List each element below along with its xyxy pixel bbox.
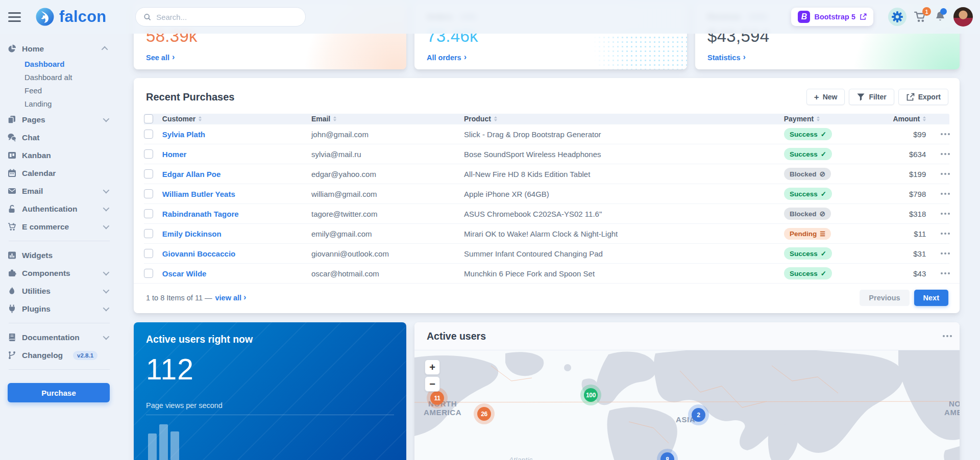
cart-plus-icon [8,222,16,231]
sidebar-item-widgets[interactable]: Widgets [8,246,111,264]
table-row[interactable]: Sylvia Plathjohn@gmail.comSlick - Drag &… [144,124,949,144]
row-actions-ellipsis-icon[interactable] [944,233,946,235]
settings-button[interactable] [888,8,906,26]
sidebar-item-label: Plugins [22,304,51,314]
new-button[interactable]: New [806,89,845,105]
map-zoom-in-button[interactable]: + [425,360,440,375]
row-actions-ellipsis-icon[interactable] [944,133,946,135]
row-checkbox[interactable] [144,209,153,218]
column-customer[interactable]: Customer [162,115,311,123]
row-checkbox[interactable] [144,169,153,178]
row-checkbox[interactable] [144,269,153,278]
sidebar-item-dashboard-alt[interactable]: Dashboard alt [8,71,111,84]
customer-link[interactable]: Giovanni Boccaccio [162,249,235,258]
select-all-checkbox[interactable] [144,114,153,123]
bootstrap5-badge[interactable]: B Bootstrap 5 [791,8,873,26]
chevron-down-icon [103,116,110,122]
customer-link[interactable]: William Butler Yeats [162,190,235,198]
row-checkbox[interactable] [144,229,153,238]
row-actions-ellipsis-icon[interactable] [944,173,946,175]
stream-icon [820,230,825,238]
export-button[interactable]: Export [898,89,948,105]
active-users-now-card: Active users right now 112 Page views pe… [134,322,406,460]
sidebar-item-documentation[interactable]: Documentation [8,328,111,346]
search-input[interactable] [155,12,297,22]
sidebar-item-components[interactable]: Components [8,264,111,282]
sidebar-item-feed[interactable]: Feed [8,84,111,97]
sidebar-item-plugins[interactable]: Plugins [8,300,111,318]
map-marker[interactable]: 100 [584,388,598,402]
row-checkbox[interactable] [144,149,153,159]
map-zoom-out-button[interactable]: − [425,376,440,392]
row-actions-ellipsis-icon[interactable] [944,252,946,254]
hamburger-menu-icon[interactable] [8,12,21,22]
cart-button[interactable]: 1 [914,11,927,23]
column-product[interactable]: Product [464,115,784,123]
sidebar-item-authentication[interactable]: Authentication [8,200,111,218]
customer-link[interactable]: Homer [162,150,187,159]
table-row[interactable]: Homersylvia@mail.ruBose SoundSport Wirel… [144,144,949,164]
sidebar-item-pages[interactable]: Pages [8,111,111,129]
falcon-logo[interactable]: falcon [35,7,107,27]
statistics-link[interactable]: Statistics [707,54,947,62]
sidebar-item-landing[interactable]: Landing [8,97,111,111]
row-actions-ellipsis-icon[interactable] [944,193,946,195]
customer-link[interactable]: Edgar Allan Poe [162,170,220,178]
logo-text: falcon [59,8,107,26]
plug-icon [8,304,16,313]
view-all-link[interactable]: view all [215,294,247,302]
payment-status-badge: Success [784,128,832,140]
table-row[interactable]: Oscar Wildeoscar@hotmail.comMunchkin 6 P… [144,263,949,283]
row-checkbox[interactable] [144,249,153,258]
table-row[interactable]: William Butler Yeatswilliam@gmail.comApp… [144,184,949,203]
row-actions-ellipsis-icon[interactable] [944,213,946,215]
fire-icon [8,287,16,295]
column-payment[interactable]: Payment [784,115,901,123]
sidebar-item-chat[interactable]: Chat [8,129,111,146]
ban-icon [820,210,826,218]
row-actions-ellipsis-icon[interactable] [944,272,946,274]
map-marker[interactable]: 11 [430,391,444,405]
customer-link[interactable]: Oscar Wilde [162,269,207,278]
search-box[interactable] [135,7,306,27]
filter-button[interactable]: Filter [849,89,894,105]
chevron-down-icon [103,205,110,212]
notifications-button[interactable] [935,11,946,23]
customer-link[interactable]: Rabindranath Tagore [162,210,239,218]
sort-icon [333,116,336,121]
map-marker[interactable]: 26 [477,407,491,421]
row-actions-ellipsis-icon[interactable] [944,153,946,155]
table-row[interactable]: Emily Dickinsonemily@gmail.comMirari OK … [144,223,949,243]
lock-icon [8,205,16,213]
all-orders-link[interactable]: All orders [427,54,675,62]
sidebar-item-email[interactable]: Email [8,182,111,200]
sidebar-item-utilities[interactable]: Utilities [8,282,111,300]
version-badge: v2.8.1 [73,351,97,360]
card-menu-ellipsis-icon[interactable] [946,335,948,337]
table-row[interactable]: Edgar Allan Poeedgar@yahoo.comAll-New Fi… [144,164,949,184]
sidebar-item-ecommerce[interactable]: E commerce [8,218,111,236]
previous-button[interactable]: Previous [860,290,909,306]
sidebar-item-changelog[interactable]: Changelog v2.8.1 [8,346,111,364]
notification-dot-badge [940,8,947,15]
sidebar-item-kanban[interactable]: Kanban [8,146,111,164]
sidebar-item-dashboard[interactable]: Dashboard [8,58,111,71]
see-all-link[interactable]: See all [146,54,394,62]
row-checkbox[interactable] [144,189,153,198]
customer-link[interactable]: Sylvia Plath [162,130,205,139]
sidebar-item-calendar[interactable]: Calendar [8,164,111,182]
customer-link[interactable]: Emily Dickinson [162,229,222,238]
user-avatar[interactable] [953,7,973,27]
next-button[interactable]: Next [914,290,948,306]
row-checkbox[interactable] [144,130,153,139]
column-amount[interactable]: Amount [900,115,926,123]
cell-amount: $798 [901,190,926,198]
column-email[interactable]: Email [311,115,464,123]
table-row[interactable]: Rabindranath Tagoretagore@twitter.comASU… [144,203,949,223]
export-button-label: Export [918,93,941,101]
purchase-button[interactable]: Purchase [8,383,110,402]
world-map-body[interactable]: + − NORTH AMERICAASIANORTH AMERICAAtlant… [414,350,960,460]
table-row[interactable]: Giovanni Boccacciogiovanni@outlook.comSu… [144,243,949,263]
map-marker[interactable]: 2 [692,408,705,422]
sidebar-item-home[interactable]: Home [8,40,111,58]
